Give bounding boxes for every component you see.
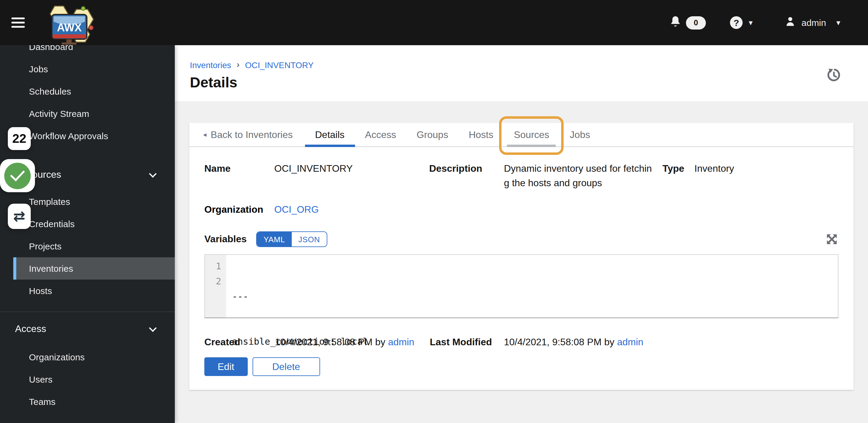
svg-text:AWX: AWX: [57, 21, 82, 33]
app-root: AWX 0 ? ▾: [0, 0, 868, 423]
chevron-down-icon: [149, 324, 156, 332]
help-menu[interactable]: ? ▾: [730, 16, 752, 29]
sidebar-group-access[interactable]: Access: [0, 317, 175, 341]
sidebar-nav: Dashboard Jobs Schedules Activity Stream…: [0, 45, 175, 423]
tab-access[interactable]: Access: [355, 123, 406, 147]
details-body: Name OCI_INVENTORY Description Dynamic i…: [189, 147, 854, 376]
editor-code: --- ansible_connection: local: [226, 255, 368, 318]
tab-details[interactable]: Details: [305, 123, 355, 147]
expand-icon[interactable]: [825, 233, 838, 246]
caret-left-icon: ◂: [203, 131, 207, 139]
sidebar-item-jobs[interactable]: Jobs: [0, 58, 175, 80]
user-icon: [784, 15, 796, 30]
content-area: ◂ Back to Inventories Details Access Gro…: [175, 101, 868, 423]
json-toggle-button[interactable]: JSON: [292, 232, 327, 247]
nav-toggle-hamburger-button[interactable]: [11, 16, 27, 29]
user-caret-down-icon[interactable]: ▾: [836, 19, 840, 27]
variables-label: Variables: [204, 234, 247, 245]
modified-by-user-link[interactable]: admin: [617, 337, 643, 347]
details-card: ◂ Back to Inventories Details Access Gro…: [189, 123, 854, 390]
timestamps-row: Created 10/4/2021, 9:58:08 PM by admin L…: [204, 335, 838, 350]
edit-button[interactable]: Edit: [204, 357, 247, 376]
awx-logo[interactable]: AWX: [43, 3, 101, 45]
organization-row: Organization OCI_ORG: [204, 202, 838, 217]
tab-sources[interactable]: Sources: [504, 123, 559, 147]
created-by-user-link[interactable]: admin: [388, 337, 414, 347]
created-value: 10/4/2021, 9:58:08 PM by admin: [275, 335, 430, 350]
tab-hosts[interactable]: Hosts: [458, 123, 504, 147]
username-label: admin: [801, 18, 826, 28]
step-count-badge: 22: [8, 127, 31, 150]
delete-button[interactable]: Delete: [252, 357, 320, 376]
sidebar-item-projects[interactable]: Projects: [0, 235, 175, 257]
tab-jobs[interactable]: Jobs: [559, 123, 600, 147]
code-line: ---: [232, 289, 368, 304]
breadcrumb: Inventories › OCI_INVENTORY: [190, 60, 868, 70]
name-value: OCI_INVENTORY: [274, 161, 429, 190]
tab-bar: ◂ Back to Inventories Details Access Gro…: [189, 123, 854, 147]
last-modified-label: Last Modified: [430, 335, 504, 350]
created-label: Created: [204, 335, 275, 350]
masthead-actions: 0 ? ▾ admin ▾: [670, 15, 868, 30]
sidebar-item-inventories[interactable]: Inventories: [13, 257, 175, 280]
organization-link[interactable]: OCI_ORG: [274, 204, 319, 215]
page-header: Inventories › OCI_INVENTORY Details: [175, 45, 868, 101]
page-title: Details: [190, 74, 868, 91]
notifications-bell-icon[interactable]: [670, 15, 681, 30]
yaml-json-toggle: YAML JSON: [256, 231, 327, 247]
action-buttons: Edit Delete: [204, 357, 838, 376]
user-menu[interactable]: admin ▾: [784, 15, 840, 30]
sidebar-item-users[interactable]: Users: [0, 368, 175, 390]
notification-count-badge: 0: [686, 16, 706, 29]
swap-arrows-badge: ⇄: [8, 204, 31, 229]
sidebar-item-dashboard[interactable]: Dashboard: [0, 45, 175, 58]
swap-arrows-icon: ⇄: [13, 208, 25, 225]
editor-line-numbers: 1 2: [205, 255, 226, 318]
variables-row: Variables YAML JSON: [204, 231, 838, 247]
detail-row-1: Name OCI_INVENTORY Description Dynamic i…: [204, 161, 838, 190]
variables-code-editor[interactable]: 1 2 --- ansible_connection: local: [204, 254, 838, 318]
type-label: Type: [662, 161, 694, 190]
name-label: Name: [204, 161, 274, 190]
help-icon[interactable]: ?: [730, 16, 743, 29]
sidebar-item-teams[interactable]: Teams: [0, 390, 175, 413]
description-value: Dynamic inventory used for fetching the …: [504, 161, 652, 190]
last-modified-value: 10/4/2021, 9:58:08 PM by admin: [504, 335, 838, 350]
sidebar-divider: [0, 312, 175, 312]
type-value: Inventory: [694, 161, 838, 190]
organization-label: Organization: [204, 202, 274, 217]
back-to-inventories-link[interactable]: ◂ Back to Inventories: [189, 123, 305, 147]
help-caret-down-icon[interactable]: ▾: [749, 19, 752, 27]
sidebar-item-activity-stream[interactable]: Activity Stream: [0, 102, 175, 125]
description-label: Description: [429, 161, 504, 190]
chevron-down-icon: [149, 170, 156, 177]
yaml-toggle-button[interactable]: YAML: [257, 232, 292, 247]
sidebar-item-hosts[interactable]: Hosts: [0, 280, 175, 302]
breadcrumb-current-link[interactable]: OCI_INVENTORY: [245, 60, 314, 70]
breadcrumb-inventories-link[interactable]: Inventories: [190, 60, 231, 70]
success-check-badge: [0, 159, 35, 192]
sidebar-item-organizations[interactable]: Organizations: [0, 346, 175, 368]
masthead: AWX 0 ? ▾: [0, 0, 868, 45]
sidebar-item-schedules[interactable]: Schedules: [0, 80, 175, 102]
history-icon[interactable]: [826, 67, 841, 83]
check-icon: [4, 162, 31, 189]
breadcrumb-separator-icon: ›: [237, 59, 240, 69]
tab-groups[interactable]: Groups: [406, 123, 458, 147]
main-content: Inventories › OCI_INVENTORY Details ◂: [175, 45, 868, 423]
